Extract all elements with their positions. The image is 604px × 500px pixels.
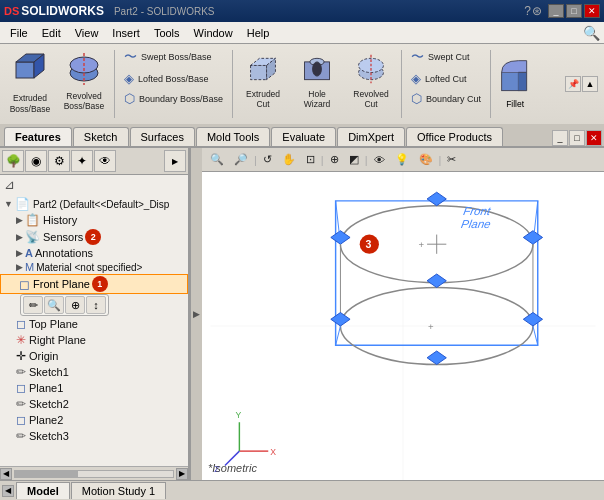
- tree-label-sketch1: Sketch1: [29, 366, 69, 378]
- tree-item-material[interactable]: ▶ M Material <not specified>: [0, 260, 188, 274]
- viewport[interactable]: + +: [202, 172, 604, 480]
- tab-close-button[interactable]: ✕: [586, 130, 602, 146]
- tab-sketch[interactable]: Sketch: [73, 127, 129, 146]
- feature-tree-panel: 🌳 ◉ ⚙ ✦ 👁 ▶ ⊿ ▼ 📄 Part: [0, 148, 190, 480]
- tree-item-sketch3[interactable]: ✏ Sketch3: [0, 428, 188, 444]
- menu-edit[interactable]: Edit: [36, 25, 67, 41]
- panel-scrollbar[interactable]: ◀ ▶: [0, 466, 188, 480]
- section-view-btn[interactable]: ✂: [443, 151, 460, 168]
- menu-insert[interactable]: Insert: [106, 25, 146, 41]
- appearance-btn[interactable]: 🎨: [415, 151, 437, 168]
- boundary-boss-icon: ⬡: [124, 91, 135, 106]
- tab-surfaces[interactable]: Surfaces: [130, 127, 195, 146]
- menu-help[interactable]: Help: [241, 25, 276, 41]
- view-orient-btn[interactable]: ⊕: [326, 151, 343, 168]
- tab-restore-button[interactable]: □: [569, 130, 585, 146]
- tree-item-sensors[interactable]: ▶ 📡 Sensors 2: [0, 228, 188, 246]
- config-manager-btn[interactable]: ⚙: [48, 150, 70, 172]
- restore-button[interactable]: □: [566, 4, 582, 18]
- swept-boss-button[interactable]: 〜 Swept Boss/Base: [119, 46, 228, 68]
- tree-item-sketch1[interactable]: ✏ Sketch1: [0, 364, 188, 380]
- lighting-btn[interactable]: 💡: [391, 151, 413, 168]
- hole-wizard-button[interactable]: HoleWizard: [291, 46, 343, 116]
- tab-evaluate[interactable]: Evaluate: [271, 127, 336, 146]
- revolved-boss-button[interactable]: Revolved Boss/Base: [58, 46, 110, 116]
- fillet-icon: [499, 59, 531, 99]
- tab-model[interactable]: Model: [16, 482, 70, 499]
- rotate-btn[interactable]: ↺: [259, 151, 276, 168]
- swept-cut-button[interactable]: 〜 Swept Cut: [406, 46, 486, 68]
- search-icon[interactable]: 🔍: [583, 25, 600, 41]
- tree-item-history[interactable]: ▶ 📋 History: [0, 212, 188, 228]
- tab-features[interactable]: Features: [4, 127, 72, 146]
- extruded-cut-label: ExtrudedCut: [246, 89, 280, 109]
- zoom-out-btn[interactable]: 🔎: [230, 151, 252, 168]
- boundary-cut-button[interactable]: ⬡ Boundary Cut: [406, 89, 486, 108]
- lofted-boss-label: Lofted Boss/Base: [138, 74, 209, 84]
- toolbar-sep1: |: [254, 154, 257, 166]
- tree-item-right-plane[interactable]: ✳ Right Plane: [0, 332, 188, 348]
- feature-manager-btn[interactable]: 🌳: [2, 150, 24, 172]
- boundary-boss-button[interactable]: ⬡ Boundary Boss/Base: [119, 89, 228, 108]
- tree-label-part2: Part2 (Default<<Default>_Disp: [33, 199, 169, 210]
- collapse-ribbon-button[interactable]: ▲: [582, 76, 598, 92]
- tree-item-top-plane[interactable]: ◻ Top Plane: [0, 316, 188, 332]
- property-manager-btn[interactable]: ◉: [25, 150, 47, 172]
- close-button[interactable]: ✕: [584, 4, 600, 18]
- dimxpert-manager-btn[interactable]: ✦: [71, 150, 93, 172]
- toolbar-sep3: |: [365, 154, 368, 166]
- tab-dimxpert[interactable]: DimXpert: [337, 127, 405, 146]
- mini-magnify-btn[interactable]: 🔍: [44, 296, 64, 314]
- tab-office-products[interactable]: Office Products: [406, 127, 503, 146]
- lofted-boss-button[interactable]: ◈ Lofted Boss/Base: [119, 69, 228, 88]
- lofted-cut-button[interactable]: ◈ Lofted Cut: [406, 69, 486, 88]
- panel-left-btn[interactable]: ◀: [2, 485, 14, 497]
- tab-mold-tools[interactable]: Mold Tools: [196, 127, 270, 146]
- window-controls[interactable]: ? ⊛ _ □ ✕: [524, 4, 600, 18]
- ribbon: ExtrudedBoss/Base Revolved Boss/Base 〜: [0, 44, 604, 148]
- fillet-button[interactable]: Fillet: [495, 46, 535, 122]
- extruded-cut-button[interactable]: ExtrudedCut: [237, 46, 289, 116]
- tree-item-plane1[interactable]: ◻ Plane1: [0, 380, 188, 396]
- help-icon[interactable]: ?: [524, 4, 531, 18]
- menu-file[interactable]: File: [4, 25, 34, 41]
- scroll-left-btn[interactable]: ◀: [0, 468, 12, 480]
- minimize-button[interactable]: _: [548, 4, 564, 18]
- tree-item-part2[interactable]: ▼ 📄 Part2 (Default<<Default>_Disp: [0, 196, 188, 212]
- tab-minimize-button[interactable]: _: [552, 130, 568, 146]
- tree-item-sketch2[interactable]: ✏ Sketch2: [0, 396, 188, 412]
- main-area: 🌳 ◉ ⚙ ✦ 👁 ▶ ⊿ ▼ 📄 Part: [0, 148, 604, 480]
- mini-edit-btn[interactable]: ✏: [23, 296, 43, 314]
- tree-label-sketch3: Sketch3: [29, 430, 69, 442]
- titlebar: DS SOLIDWORKS Part2 - SOLIDWORKS ? ⊛ _ □…: [0, 0, 604, 22]
- scroll-thumb[interactable]: [15, 471, 78, 477]
- toolbar-sep4: |: [439, 154, 442, 166]
- tree-item-annotations[interactable]: ▶ A Annotations: [0, 246, 188, 260]
- tab-motion-study[interactable]: Motion Study 1: [71, 482, 166, 499]
- display-manager-btn[interactable]: 👁: [94, 150, 116, 172]
- expand-arrow-history: ▶: [16, 215, 23, 225]
- zoom-in-btn[interactable]: 🔍: [206, 151, 228, 168]
- menu-window[interactable]: Window: [188, 25, 239, 41]
- tree-item-front-plane[interactable]: ◻ Front Plane 1: [0, 274, 188, 294]
- tree-item-plane2[interactable]: ◻ Plane2: [0, 412, 188, 428]
- panel-expand-arrow[interactable]: ▶: [190, 148, 202, 480]
- revolved-cut-button[interactable]: RevolvedCut: [345, 46, 397, 116]
- menu-tools[interactable]: Tools: [148, 25, 186, 41]
- panel-arrow-right[interactable]: ▶: [164, 150, 186, 172]
- display-mode-btn[interactable]: ◩: [345, 151, 363, 168]
- hole-wizard-label: HoleWizard: [304, 89, 330, 109]
- scroll-right-btn[interactable]: ▶: [176, 468, 188, 480]
- svg-rect-6: [251, 65, 267, 79]
- hide-show-btn[interactable]: 👁: [370, 152, 389, 168]
- zoom-to-fit-btn[interactable]: ⊡: [302, 151, 319, 168]
- pan-btn[interactable]: ✋: [278, 151, 300, 168]
- mini-move-btn[interactable]: ↕: [86, 296, 106, 314]
- network-icon[interactable]: ⊛: [532, 4, 542, 18]
- pin-button[interactable]: 📌: [565, 76, 581, 92]
- tree-item-origin[interactable]: ✛ Origin: [0, 348, 188, 364]
- extruded-boss-button[interactable]: ExtrudedBoss/Base: [4, 46, 56, 116]
- annotations-prefix-icon: A: [25, 247, 33, 259]
- mini-expand-btn[interactable]: ⊕: [65, 296, 85, 314]
- menu-view[interactable]: View: [69, 25, 105, 41]
